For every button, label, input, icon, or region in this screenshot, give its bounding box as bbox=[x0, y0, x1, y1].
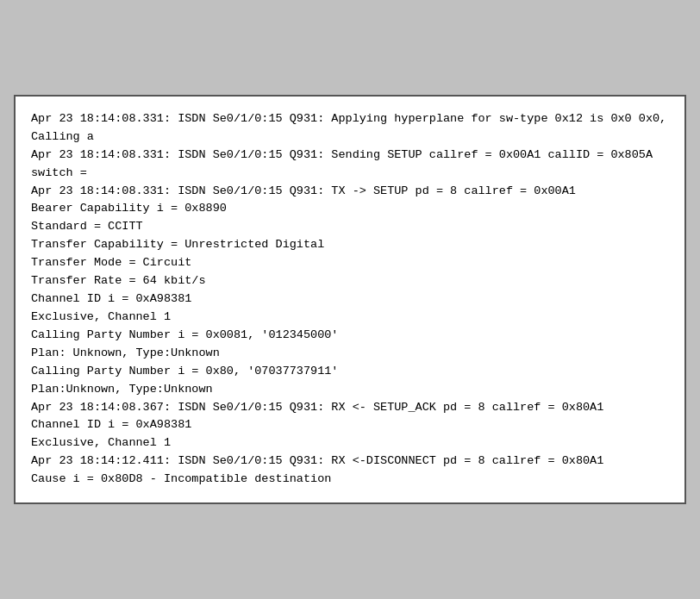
terminal-container: Apr 23 18:14:08.331: ISDN Se0/1/0:15 Q93… bbox=[14, 95, 686, 504]
terminal-output: Apr 23 18:14:08.331: ISDN Se0/1/0:15 Q93… bbox=[31, 110, 669, 489]
